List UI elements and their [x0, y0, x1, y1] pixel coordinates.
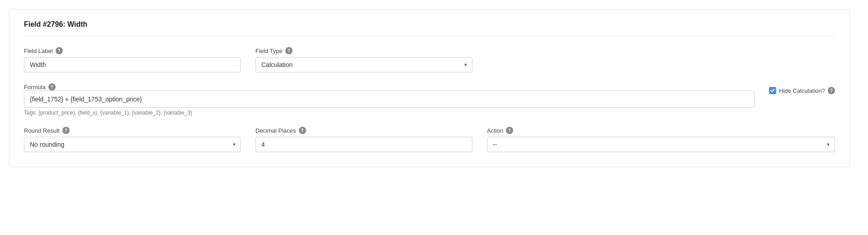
field-label-label: Field Label — [24, 48, 53, 54]
hide-calculation-help-icon[interactable]: ? — [828, 87, 835, 94]
decimal-places-label-row: Decimal Places ? — [255, 127, 472, 134]
formula-help-icon[interactable]: ? — [48, 83, 56, 91]
decimal-places-group: Decimal Places ? — [255, 127, 472, 152]
formula-main: Formula ? Tags: {product_price}, {field_… — [24, 83, 755, 116]
field-card: Field #2796: Width Field Label ? Field T… — [9, 9, 850, 167]
action-select[interactable]: -- — [487, 137, 835, 152]
decimal-places-label: Decimal Places — [255, 127, 296, 134]
decimal-places-help-icon[interactable]: ? — [299, 127, 306, 134]
field-label-help-icon[interactable]: ? — [56, 47, 63, 54]
round-result-label-row: Round Result ? — [24, 127, 241, 134]
field-label-group: Field Label ? — [24, 47, 241, 72]
field-type-select-wrapper: Calculation ▾ — [255, 57, 472, 72]
formula-tags: Tags: {product_price}, {field_x}, {varia… — [24, 110, 755, 116]
round-result-select[interactable]: No rounding — [24, 137, 241, 152]
formula-label-row: Formula ? — [24, 83, 755, 91]
formula-label: Formula — [24, 84, 46, 91]
round-result-help-icon[interactable]: ? — [62, 127, 70, 134]
field-type-select[interactable]: Calculation — [255, 57, 472, 72]
field-type-label: Field Type — [255, 48, 283, 54]
card-title: Field #2796: Width — [24, 20, 835, 36]
bottom-row: Round Result ? No rounding ▾ Decimal Pla… — [24, 127, 835, 152]
decimal-places-input[interactable] — [255, 137, 472, 152]
field-label-label-row: Field Label ? — [24, 47, 241, 54]
action-help-icon[interactable]: ? — [506, 127, 513, 134]
action-group: Action ? -- ▾ — [487, 127, 835, 152]
formula-input[interactable] — [24, 91, 755, 108]
field-label-type-row: Field Label ? Field Type ? Calculation ▾ — [24, 47, 835, 72]
action-select-wrapper: -- ▾ — [487, 137, 835, 152]
hide-calculation-checkbox[interactable] — [769, 87, 776, 94]
round-result-label: Round Result — [24, 127, 60, 134]
action-label: Action — [487, 127, 503, 134]
round-result-select-wrapper: No rounding ▾ — [24, 137, 241, 152]
field-type-label-row: Field Type ? — [255, 47, 472, 54]
round-result-group: Round Result ? No rounding ▾ — [24, 127, 241, 152]
formula-row: Formula ? Tags: {product_price}, {field_… — [24, 83, 835, 116]
checkmark-icon — [770, 89, 775, 92]
field-type-group: Field Type ? Calculation ▾ — [255, 47, 472, 72]
hide-calculation-group: Hide Calculation? ? — [769, 87, 835, 94]
field-type-help-icon[interactable]: ? — [285, 47, 292, 54]
hide-calculation-label: Hide Calculation? — [779, 87, 825, 94]
action-label-row: Action ? — [487, 127, 835, 134]
field-label-input[interactable] — [24, 57, 241, 72]
